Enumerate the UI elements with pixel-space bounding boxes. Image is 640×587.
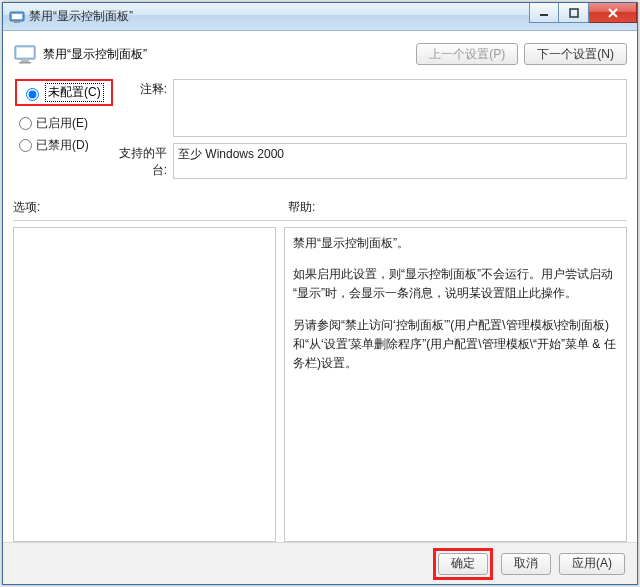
radio-enabled[interactable] — [19, 117, 32, 130]
radio-enabled-label: 已启用(E) — [36, 115, 88, 132]
svg-rect-10 — [19, 62, 31, 64]
svg-rect-9 — [21, 59, 29, 62]
radio-not-configured-label: 未配置(C) — [46, 84, 103, 101]
help-p3: 另请参阅“禁止访问‘控制面板’”(用户配置\管理模板\控制面板)和“从‘设置’菜… — [293, 316, 618, 374]
policy-icon — [13, 42, 37, 66]
ok-highlight: 确定 — [433, 548, 493, 580]
svg-rect-1 — [12, 14, 22, 19]
supported-label: 支持的平台: — [113, 143, 173, 179]
help-p2: 如果启用此设置，则“显示控制面板”不会运行。用户尝试启动“显示”时，会显示一条消… — [293, 265, 618, 303]
apply-button[interactable]: 应用(A) — [559, 553, 625, 575]
svg-rect-8 — [17, 48, 33, 57]
footer: 确定 取消 应用(A) — [3, 542, 637, 584]
cancel-button[interactable]: 取消 — [501, 553, 551, 575]
ok-button[interactable]: 确定 — [438, 553, 488, 575]
policy-titlebar-icon — [9, 9, 25, 25]
radio-not-configured[interactable] — [26, 88, 39, 101]
prev-setting-button[interactable]: 上一个设置(P) — [416, 43, 518, 65]
dialog-window: 禁用“显示控制面板” — [2, 2, 638, 585]
svg-rect-4 — [570, 9, 578, 17]
options-label: 选项: — [13, 200, 40, 214]
radio-enabled-item[interactable]: 已启用(E) — [13, 112, 113, 134]
supported-box: 至少 Windows 2000 — [173, 143, 627, 179]
comment-textarea[interactable] — [173, 79, 627, 137]
not-configured-highlight: 未配置(C) — [15, 79, 113, 106]
help-pane: 禁用“显示控制面板”。 如果启用此设置，则“显示控制面板”不会运行。用户尝试启动… — [284, 227, 627, 542]
svg-rect-2 — [14, 21, 20, 23]
window-controls — [529, 3, 637, 23]
header-title: 禁用“显示控制面板” — [43, 46, 147, 63]
radio-group: 未配置(C) 已启用(E) 已禁用(D) — [13, 79, 113, 185]
next-setting-button[interactable]: 下一个设置(N) — [524, 43, 627, 65]
radio-disabled[interactable] — [19, 139, 32, 152]
close-button[interactable] — [589, 3, 637, 23]
radio-disabled-label: 已禁用(D) — [36, 137, 89, 154]
help-label: 帮助: — [288, 200, 315, 214]
radio-disabled-item[interactable]: 已禁用(D) — [13, 134, 113, 156]
title-text: 禁用“显示控制面板” — [29, 8, 133, 25]
help-p1: 禁用“显示控制面板”。 — [293, 234, 618, 253]
client-area: 禁用“显示控制面板” 上一个设置(P) 下一个设置(N) 未配置(C) 已启用(… — [3, 31, 637, 542]
comment-label: 注释: — [113, 79, 173, 137]
maximize-button[interactable] — [559, 3, 589, 23]
options-pane — [13, 227, 276, 542]
divider — [13, 220, 627, 221]
titlebar: 禁用“显示控制面板” — [3, 3, 637, 31]
minimize-button[interactable] — [529, 3, 559, 23]
